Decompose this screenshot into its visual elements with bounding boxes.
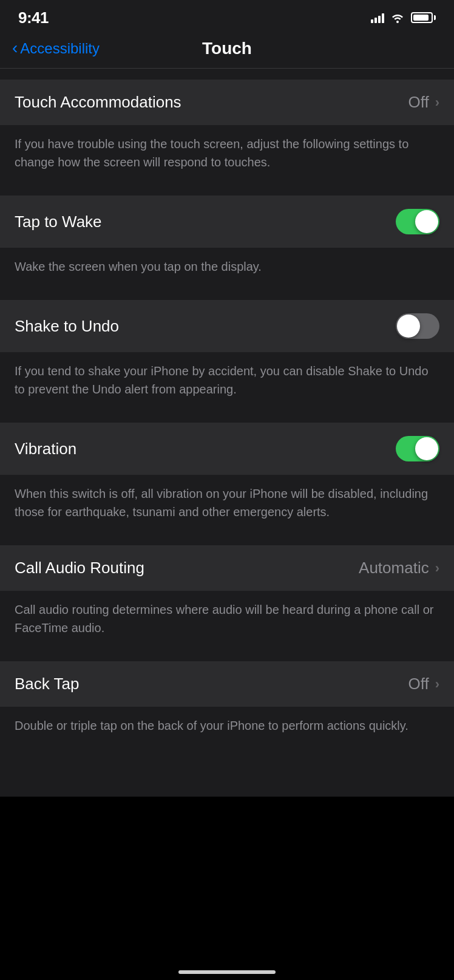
- back-tap-status: Off: [408, 675, 429, 693]
- touch-accommodations-label: Touch Accommodations: [15, 93, 181, 112]
- section-gap-2: [0, 185, 454, 196]
- back-label: Accessibility: [20, 40, 100, 57]
- shake-to-undo-label: Shake to Undo: [15, 317, 119, 336]
- shake-to-undo-description: If you tend to shake your iPhone by acci…: [15, 362, 439, 398]
- settings-content: Touch Accommodations Off › If you have t…: [0, 69, 454, 797]
- section-shake-to-undo: Shake to Undo: [0, 300, 454, 352]
- wifi-icon: [390, 12, 405, 23]
- back-tap-description: Double or triple tap on the back of your…: [15, 716, 439, 735]
- back-tap-row[interactable]: Back Tap Off ›: [0, 661, 454, 707]
- vibration-toggle-thumb: [415, 437, 438, 460]
- call-audio-routing-chevron-icon: ›: [435, 560, 439, 576]
- shake-to-undo-row: Shake to Undo: [0, 300, 454, 352]
- back-tap-value: Off ›: [408, 675, 439, 693]
- vibration-description-row: When this switch is off, all vibration o…: [0, 476, 454, 534]
- touch-accommodations-row[interactable]: Touch Accommodations Off ›: [0, 80, 454, 125]
- back-tap-label: Back Tap: [15, 675, 79, 693]
- status-time: 9:41: [18, 9, 49, 27]
- shake-to-undo-description-row: If you tend to shake your iPhone by acci…: [0, 353, 454, 412]
- section-call-audio-routing: Call Audio Routing Automatic ›: [0, 545, 454, 591]
- call-audio-routing-description: Call audio routing determines where audi…: [15, 601, 439, 637]
- section-tap-to-wake: Tap to Wake: [0, 196, 454, 248]
- tap-to-wake-description-row: Wake the screen when you tap on the disp…: [0, 249, 454, 289]
- call-audio-routing-label: Call Audio Routing: [15, 559, 144, 577]
- tap-to-wake-toggle[interactable]: [396, 209, 439, 234]
- tap-to-wake-description: Wake the screen when you tap on the disp…: [15, 257, 439, 276]
- signal-icon: [371, 12, 384, 23]
- shake-to-undo-toggle-thumb: [397, 315, 420, 338]
- section-gap-1: [0, 69, 454, 80]
- section-gap-4: [0, 412, 454, 423]
- section-gap-5: [0, 534, 454, 545]
- call-audio-routing-value: Automatic ›: [359, 559, 439, 577]
- call-audio-routing-description-row: Call audio routing determines where audi…: [0, 592, 454, 650]
- touch-accommodations-description-row: If you have trouble using the touch scre…: [0, 126, 454, 185]
- section-back-tap: Back Tap Off ›: [0, 661, 454, 707]
- section-vibration: Vibration: [0, 423, 454, 475]
- bottom-padding: [0, 748, 454, 797]
- vibration-description: When this switch is off, all vibration o…: [15, 485, 439, 521]
- tap-to-wake-row: Tap to Wake: [0, 196, 454, 248]
- touch-accommodations-value: Off ›: [408, 93, 439, 112]
- shake-to-undo-toggle[interactable]: [396, 313, 439, 339]
- call-audio-routing-row[interactable]: Call Audio Routing Automatic ›: [0, 545, 454, 591]
- back-tap-chevron-icon: ›: [435, 676, 439, 692]
- touch-accommodations-status: Off: [408, 93, 429, 112]
- nav-header: ‹ Accessibility Touch: [0, 33, 454, 69]
- home-indicator: [178, 970, 276, 974]
- battery-icon: [411, 12, 436, 23]
- touch-accommodations-description: If you have trouble using the touch scre…: [15, 135, 439, 171]
- tap-to-wake-label: Tap to Wake: [15, 213, 102, 231]
- status-bar: 9:41: [0, 0, 454, 33]
- page-title: Touch: [202, 39, 252, 58]
- status-icons: [371, 12, 436, 23]
- back-tap-description-row: Double or triple tap on the back of your…: [0, 708, 454, 748]
- vibration-row: Vibration: [0, 423, 454, 475]
- svg-point-0: [396, 21, 399, 23]
- section-gap-6: [0, 650, 454, 661]
- call-audio-routing-status: Automatic: [359, 559, 429, 577]
- vibration-toggle[interactable]: [396, 436, 439, 461]
- vibration-label: Vibration: [15, 440, 76, 458]
- back-chevron-icon: ‹: [12, 39, 18, 56]
- back-button[interactable]: ‹ Accessibility: [12, 40, 100, 57]
- section-touch-accommodations: Touch Accommodations Off ›: [0, 80, 454, 125]
- touch-accommodations-chevron-icon: ›: [435, 95, 439, 111]
- tap-to-wake-toggle-thumb: [415, 210, 438, 233]
- section-gap-3: [0, 289, 454, 300]
